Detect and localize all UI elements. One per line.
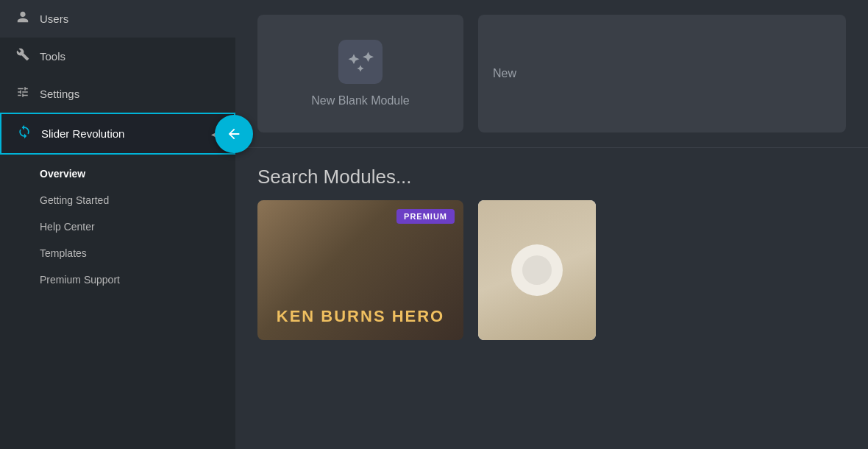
slider-revolution-icon	[16, 124, 32, 143]
search-section: Search Modules...	[235, 148, 868, 200]
new-partial-card[interactable]: New	[478, 15, 846, 132]
ken-burns-text: KEN BURNS HERO	[277, 308, 444, 325]
sidebar-item-slider-revolution[interactable]: Slider Revolution ◀	[0, 113, 235, 155]
sidebar: Users Tools Settings Slider Revolution ◀	[0, 0, 235, 449]
submenu-item-templates[interactable]: Templates	[0, 240, 235, 266]
sidebar-item-settings-label: Settings	[40, 88, 79, 100]
back-button[interactable]	[215, 115, 253, 153]
thumbnail-ken-burns[interactable]: KEN BURNS HERO PREMIUM	[257, 200, 463, 340]
earbuds-shape	[511, 244, 563, 296]
premium-badge: PREMIUM	[396, 209, 455, 224]
sidebar-item-tools[interactable]: Tools	[0, 38, 235, 75]
thumbnails-row: KEN BURNS HERO PREMIUM	[235, 200, 868, 449]
sidebar-item-tools-label: Tools	[40, 50, 65, 63]
magic-icon	[347, 49, 374, 75]
earbuds-background	[478, 200, 596, 340]
users-icon	[15, 10, 31, 27]
new-partial-label: New	[493, 67, 516, 80]
sidebar-item-users[interactable]: Users	[0, 0, 235, 38]
top-cards-row: New Blank Module New	[235, 0, 868, 148]
settings-icon	[15, 85, 31, 102]
main-content: New Blank Module New Search Modules... K…	[235, 0, 868, 449]
sparkle-icon	[338, 40, 383, 84]
search-modules-title: Search Modules...	[257, 166, 846, 188]
earbuds-inner	[522, 255, 552, 285]
submenu-item-help-center[interactable]: Help Center	[0, 213, 235, 240]
new-blank-module-card[interactable]: New Blank Module	[257, 15, 463, 132]
sidebar-item-settings[interactable]: Settings	[0, 75, 235, 113]
submenu-item-premium-support[interactable]: Premium Support	[0, 266, 235, 293]
new-blank-module-label: New Blank Module	[311, 94, 409, 107]
submenu-item-getting-started[interactable]: Getting Started	[0, 187, 235, 213]
sidebar-item-users-label: Users	[40, 13, 68, 25]
tools-icon	[15, 48, 31, 65]
sidebar-submenu: Overview Getting Started Help Center Tem…	[0, 155, 235, 299]
slider-revolution-label: Slider Revolution	[41, 127, 124, 140]
thumbnail-second[interactable]	[478, 200, 596, 340]
submenu-item-overview[interactable]: Overview	[0, 160, 235, 187]
arrow-left-icon	[226, 126, 242, 142]
